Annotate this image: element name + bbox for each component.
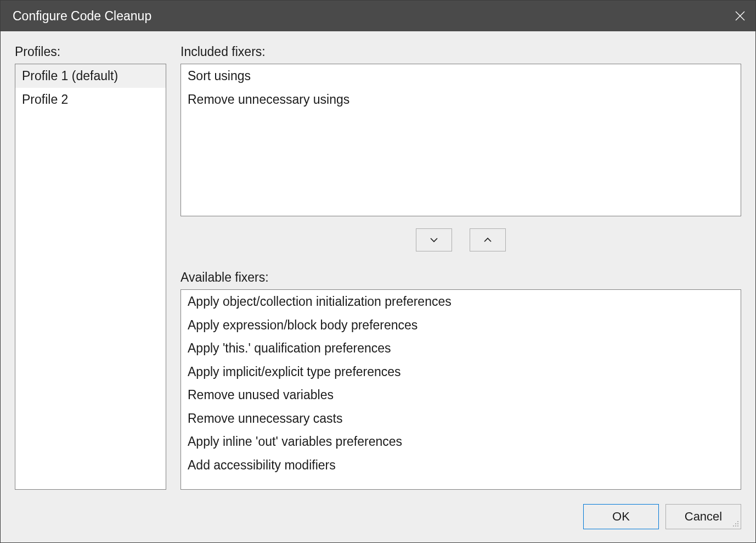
available-fixers-label: Available fixers: bbox=[180, 270, 741, 285]
included-fixer-item[interactable]: Sort usings bbox=[181, 64, 741, 88]
svg-point-5 bbox=[737, 525, 738, 527]
available-fixer-item[interactable]: Apply object/collection initialization p… bbox=[181, 290, 741, 314]
available-fixer-item[interactable]: Apply expression/block body preferences bbox=[181, 314, 741, 337]
profiles-label: Profiles: bbox=[15, 44, 166, 59]
ok-button[interactable]: OK bbox=[583, 504, 659, 529]
available-fixer-item[interactable]: Apply 'this.' qualification preferences bbox=[181, 337, 741, 360]
available-fixer-item[interactable]: Apply implicit/explicit type preferences bbox=[181, 360, 741, 384]
window-title: Configure Code Cleanup bbox=[13, 9, 151, 24]
included-fixers-label: Included fixers: bbox=[180, 44, 741, 59]
profiles-listbox[interactable]: Profile 1 (default) Profile 2 bbox=[15, 64, 166, 490]
dialog-footer: OK Cancel bbox=[15, 490, 741, 529]
included-fixers-listbox[interactable]: Sort usings Remove unnecessary usings bbox=[180, 64, 741, 216]
fixers-column: Included fixers: Sort usings Remove unne… bbox=[180, 44, 741, 490]
available-fixer-item[interactable]: Apply inline 'out' variables preferences bbox=[181, 430, 741, 454]
close-button[interactable] bbox=[725, 1, 755, 31]
move-down-button[interactable] bbox=[416, 228, 452, 251]
main-area: Profiles: Profile 1 (default) Profile 2 … bbox=[15, 44, 741, 490]
profile-item[interactable]: Profile 2 bbox=[15, 88, 166, 111]
included-fixer-item[interactable]: Remove unnecessary usings bbox=[181, 88, 741, 111]
svg-point-1 bbox=[735, 523, 736, 524]
profile-item[interactable]: Profile 1 (default) bbox=[15, 64, 166, 88]
svg-point-2 bbox=[737, 523, 738, 524]
available-fixers-listbox[interactable]: Apply object/collection initialization p… bbox=[180, 289, 741, 490]
available-fixer-item[interactable]: Remove unused variables bbox=[181, 383, 741, 407]
move-buttons-row bbox=[180, 216, 741, 264]
svg-point-0 bbox=[737, 521, 738, 522]
dialog-content: Profiles: Profile 1 (default) Profile 2 … bbox=[1, 31, 755, 542]
available-fixer-item[interactable]: Remove unnecessary casts bbox=[181, 407, 741, 430]
resize-grip-icon[interactable] bbox=[730, 518, 740, 528]
chevron-up-icon bbox=[483, 237, 492, 243]
svg-point-4 bbox=[735, 525, 736, 527]
close-icon bbox=[735, 10, 746, 21]
dialog-window: Configure Code Cleanup Profiles: Profile… bbox=[0, 0, 756, 543]
svg-point-3 bbox=[733, 525, 734, 527]
move-up-button[interactable] bbox=[470, 228, 506, 251]
chevron-down-icon bbox=[430, 237, 438, 243]
profiles-column: Profiles: Profile 1 (default) Profile 2 bbox=[15, 44, 166, 490]
titlebar: Configure Code Cleanup bbox=[1, 1, 755, 31]
available-fixer-item[interactable]: Add accessibility modifiers bbox=[181, 454, 741, 477]
